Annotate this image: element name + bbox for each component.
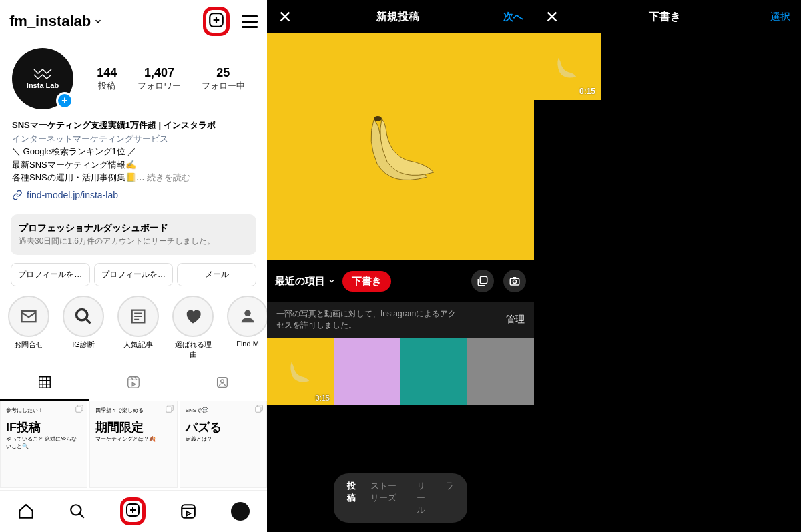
camera-icon — [509, 275, 521, 287]
drafts-header: 下書き 選択 — [534, 0, 801, 33]
mail-icon — [19, 307, 38, 326]
media-thumb[interactable] — [334, 338, 400, 405]
profile-stats: Insta Lab + 144投稿 1,407フォロワー 25フォロー中 — [0, 43, 267, 115]
bottom-nav — [0, 490, 267, 532]
media-preview[interactable] — [267, 33, 534, 260]
drafts-screen: 下書き 選択 0:15 — [534, 0, 801, 532]
bio-line: 各種SNSの運用・活用事例集📒… 続きを読む — [12, 171, 255, 184]
chevron-down-icon — [328, 277, 336, 285]
chevron-down-icon — [93, 17, 103, 26]
grid-icon — [37, 375, 52, 390]
username-dropdown[interactable]: fm_instalab — [9, 13, 103, 30]
album-picker[interactable]: 最近の項目 — [275, 275, 336, 288]
posts-stat[interactable]: 144投稿 — [97, 66, 117, 92]
share-profile-button[interactable]: プロフィールを… — [94, 263, 174, 286]
story-highlights: お問合せ IG診断 人気記事 選ばれる理由 Find M — [0, 286, 267, 365]
highlight-item[interactable]: Find M — [227, 296, 267, 360]
profile-header: fm_instalab — [0, 0, 267, 43]
search-icon[interactable] — [69, 503, 86, 520]
grid-tab[interactable] — [0, 368, 89, 401]
person-icon — [238, 307, 257, 326]
mode-story[interactable]: ストーリーズ — [370, 480, 405, 516]
post-thumbnail[interactable]: 参考にしたい！IF投稿やっていること 絶対にやらないこと🔍 — [0, 401, 87, 488]
media-thumb[interactable] — [400, 338, 467, 405]
tagged-icon — [215, 375, 230, 390]
banana-thumb-icon — [547, 50, 587, 83]
new-post-title: 新規投稿 — [376, 10, 419, 24]
svg-rect-13 — [256, 407, 261, 412]
video-duration: 0:15 — [316, 394, 330, 402]
posts-grid: 参考にしたい！IF投稿やっていること 絶対にやらないこと🔍 四季折々で楽しめる期… — [0, 401, 267, 488]
next-button[interactable]: 次へ — [503, 11, 523, 23]
create-post-highlighted[interactable] — [203, 7, 230, 36]
media-thumb[interactable] — [467, 338, 534, 405]
svg-point-14 — [71, 505, 81, 515]
profile-screen: fm_instalab Insta Lab + 144投稿 1,407フォロワー… — [0, 0, 267, 532]
svg-point-4 — [244, 310, 250, 316]
close-icon[interactable] — [278, 9, 292, 24]
access-message: 一部の写真と動画に対して、Instagramによるアクセスを許可しました。 — [276, 308, 463, 331]
action-buttons: プロフィールを… プロフィールを… メール — [0, 263, 267, 286]
bio-line: ＼ Google検索ランキング1位 ／ — [12, 145, 255, 158]
home-icon[interactable] — [17, 503, 35, 520]
media-thumb[interactable]: 0:15 — [267, 338, 334, 405]
media-thumbnails: 0:15 — [267, 338, 534, 405]
read-more[interactable]: 続きを読む — [147, 172, 190, 182]
reels-icon[interactable] — [180, 503, 197, 520]
draft-duration: 0:15 — [579, 87, 595, 96]
draft-item[interactable]: 0:15 — [534, 33, 601, 100]
bio-name: SNSマーケティング支援実績1万件超 | インスタラボ — [12, 119, 255, 132]
reels-tab[interactable] — [89, 368, 178, 401]
create-nav-highlighted[interactable] — [120, 497, 146, 525]
highlight-item[interactable]: 選ばれる理由 — [172, 296, 214, 360]
add-story-badge[interactable]: + — [56, 92, 73, 109]
svg-rect-16 — [182, 505, 195, 518]
bio-category: インターネットマーケティングサービス — [12, 132, 255, 146]
carousel-icon — [165, 404, 174, 413]
picker-controls: 最近の項目 下書き — [267, 260, 534, 302]
select-button[interactable]: 選択 — [770, 11, 790, 23]
manage-button[interactable]: 管理 — [506, 314, 525, 326]
access-notice: 一部の写真と動画に対して、Instagramによるアクセスを許可しました。 管理 — [267, 302, 534, 338]
svg-point-17 — [374, 116, 382, 121]
create-icon — [208, 11, 225, 29]
close-icon[interactable] — [545, 9, 559, 24]
dashboard-card[interactable]: プロフェッショナルダッシュボード 過去30日間に1.6万件のアカウントにリーチし… — [11, 214, 256, 255]
followers-stat[interactable]: 1,407フォロワー — [138, 66, 181, 92]
bio-link[interactable]: find-model.jp/insta-lab — [12, 188, 255, 202]
svg-rect-11 — [166, 407, 171, 412]
following-stat[interactable]: 25フォロー中 — [202, 66, 245, 92]
heart-icon — [184, 307, 202, 326]
multi-select-button[interactable] — [471, 270, 494, 292]
search-icon — [74, 307, 93, 326]
link-icon — [12, 190, 23, 200]
dashboard-subtitle: 過去30日間に1.6万件のアカウントにリーチしました。 — [19, 236, 248, 247]
banana-thumb-icon — [280, 354, 320, 388]
profile-avatar[interactable]: Insta Lab + — [12, 48, 73, 109]
draft-button-highlighted[interactable]: 下書き — [342, 271, 391, 292]
email-button[interactable]: メール — [177, 263, 256, 286]
edit-profile-button[interactable]: プロフィールを… — [11, 263, 90, 286]
header-actions — [203, 7, 258, 36]
highlight-item[interactable]: お問合せ — [8, 296, 49, 360]
mode-post[interactable]: 投稿 — [347, 480, 358, 516]
highlight-item[interactable]: IG診断 — [63, 296, 104, 360]
carousel-icon — [254, 404, 264, 413]
post-thumbnail[interactable]: SNSで💬バズる定義とは？ — [180, 401, 267, 488]
camera-button[interactable] — [503, 270, 526, 292]
username: fm_instalab — [9, 13, 91, 30]
new-post-screen: 新規投稿 次へ 最近の項目 下書き 一部の写真と動画に対して、Instagram… — [267, 0, 534, 532]
drafts-title: 下書き — [649, 10, 681, 24]
svg-rect-18 — [480, 276, 487, 284]
menu-button[interactable] — [242, 15, 258, 28]
carousel-icon — [75, 404, 84, 413]
mode-live[interactable]: ラ — [445, 480, 454, 516]
post-mode-selector[interactable]: 投稿 ストーリーズ リール ラ — [334, 473, 467, 523]
tagged-tab[interactable] — [178, 368, 267, 401]
profile-nav-icon[interactable] — [231, 502, 250, 521]
mode-reel[interactable]: リール — [417, 480, 433, 516]
stack-icon — [477, 275, 489, 287]
svg-point-7 — [221, 379, 224, 382]
highlight-item[interactable]: 人気記事 — [117, 296, 159, 360]
post-thumbnail[interactable]: 四季折々で楽しめる期間限定マーケティングとは？🍂 — [89, 401, 177, 488]
